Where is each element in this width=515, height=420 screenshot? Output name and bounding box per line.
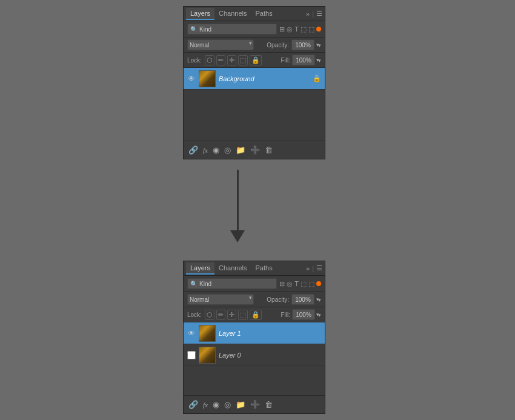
panel-footer-top: 🔗 fx ◉ ◎ 📁 ➕ 🗑 [184, 141, 325, 159]
group-layers-icon-b[interactable]: 📁 [236, 400, 245, 409]
layer-name-layer0: Layer 0 [219, 352, 321, 359]
tab-paths-top[interactable]: Paths [251, 8, 277, 20]
opacity-input-top[interactable] [291, 39, 314, 50]
group-layers-icon[interactable]: 📁 [236, 145, 245, 155]
link-layers-icon-b[interactable]: 🔗 [188, 400, 198, 409]
filter-dot-indicator-b [316, 281, 321, 286]
filter-smart-icon[interactable]: ⬚ [308, 25, 314, 33]
blend-mode-select-top[interactable]: Normal Multiply Screen Overlay [187, 39, 254, 50]
fill-dropdown-top: ▾ [318, 56, 321, 64]
search-icons-top: ⊞ ◎ T ⬚ ⬚ [279, 25, 321, 33]
tab-channels-bottom[interactable]: Channels [214, 262, 251, 275]
filter-text-icon-b[interactable]: T [294, 280, 299, 287]
top-tabs: Layers Channels Paths » | ☰ [184, 7, 325, 21]
search-icon-bottom: 🔍 [190, 281, 198, 287]
footer-icons-top: 🔗 fx ◉ ◎ 📁 ➕ 🗑 [188, 145, 273, 155]
blend-mode-wrapper-top: Normal Multiply Screen Overlay [187, 39, 254, 50]
fill-input-top[interactable] [292, 55, 315, 65]
layer-adj-icon[interactable]: ◎ [224, 145, 231, 155]
lock-pixels-icon-b[interactable]: ⬡ [205, 310, 214, 320]
layer-thumb-layer0 [199, 347, 216, 364]
visibility-icon-layer1[interactable]: 👁 [187, 329, 196, 338]
tab-actions-bottom: » | ☰ [306, 264, 322, 272]
footer-icons-bottom: 🔗 fx ◉ ◎ 📁 ➕ 🗑 [188, 400, 273, 409]
layer-list-bottom: 👁 Layer 1 Layer 0 [184, 322, 325, 395]
layer-name-layer1: Layer 1 [219, 330, 321, 337]
tab-menu-bottom[interactable]: ☰ [316, 264, 322, 272]
layer-effects-icon[interactable]: fx [203, 147, 208, 154]
bottom-tabs: Layers Channels Paths » | ☰ [184, 261, 325, 276]
filter-text-icon[interactable]: T [294, 25, 299, 33]
blend-mode-wrapper-bottom: Normal Multiply Screen Overlay [187, 294, 254, 305]
top-panel: Layers Channels Paths » | ☰ 🔍 ⊞ ◎ T ⬚ ⬚ [183, 6, 325, 159]
layer-mask-icon[interactable]: ◉ [213, 145, 219, 155]
panel-footer-bottom: 🔗 fx ◉ ◎ 📁 ➕ 🗑 [184, 395, 325, 413]
layer-item-layer1[interactable]: 👁 Layer 1 [184, 322, 325, 344]
opacity-label-top: Opacity: [267, 42, 289, 48]
lock-label-bottom: Lock: [187, 312, 202, 318]
new-layer-icon[interactable]: ➕ [250, 145, 260, 155]
new-layer-icon-b[interactable]: ➕ [250, 400, 260, 409]
opacity-label-bottom: Opacity: [267, 296, 289, 303]
lock-artboard-icon[interactable]: ✛ [227, 55, 236, 65]
tab-layers-bottom[interactable]: Layers [186, 262, 214, 275]
filter-pixel-icon-b[interactable]: ⊞ [279, 280, 285, 288]
layer-name-background: Background [219, 75, 310, 82]
tab-channels-top[interactable]: Channels [214, 8, 251, 20]
tab-menu-top[interactable]: ☰ [316, 10, 322, 18]
search-input-top[interactable] [199, 26, 274, 33]
lock-row-top: Lock: ⬡ ✏ ✛ ⬚ 🔒 Fill: ▾ [184, 53, 325, 68]
lock-artboard-icon-b[interactable]: ✛ [227, 310, 236, 320]
layer-adj-icon-b[interactable]: ◎ [224, 400, 231, 409]
delete-layer-icon[interactable]: 🗑 [265, 145, 273, 155]
filter-shape-icon-b[interactable]: ⬚ [301, 280, 307, 288]
search-box-bottom[interactable]: 🔍 [187, 278, 277, 289]
blend-row-top: Normal Multiply Screen Overlay Opacity: … [184, 38, 325, 53]
layer-list-top: 👁 Background 🔒 [184, 68, 325, 141]
lock-pixels-icon[interactable]: ⬡ [205, 55, 214, 65]
tab-layers-top[interactable]: Layers [186, 8, 214, 20]
filter-pixel-icon[interactable]: ⊞ [279, 25, 285, 33]
search-box-top[interactable]: 🔍 [187, 24, 277, 35]
blend-row-bottom: Normal Multiply Screen Overlay Opacity: … [184, 292, 325, 307]
lock-all-icon[interactable]: 🔒 [250, 55, 262, 65]
opacity-dropdown-top: ▾ [318, 41, 321, 48]
filter-shape-icon[interactable]: ⬚ [301, 25, 307, 33]
visibility-icon-background[interactable]: 👁 [187, 75, 196, 83]
search-row-top: 🔍 ⊞ ◎ T ⬚ ⬚ [184, 21, 325, 38]
filter-adj-icon[interactable]: ◎ [287, 25, 293, 33]
layer-thumb-background [199, 70, 216, 87]
opacity-input-bottom[interactable] [291, 294, 314, 305]
tab-paths-bottom[interactable]: Paths [251, 262, 277, 275]
tab-actions-top: » | ☰ [306, 10, 322, 18]
lock-transform-icon[interactable]: ⬚ [238, 55, 248, 65]
lock-row-bottom: Lock: ⬡ ✏ ✛ ⬚ 🔒 Fill: ▾ [184, 307, 325, 322]
lock-label-top: Lock: [187, 57, 202, 64]
arrow-head [230, 230, 245, 242]
search-icons-bottom: ⊞ ◎ T ⬚ ⬚ [279, 280, 321, 288]
layer-effects-icon-b[interactable]: fx [203, 401, 208, 408]
filter-dot-indicator [316, 27, 321, 32]
lock-position-icon-b[interactable]: ✏ [216, 310, 225, 320]
lock-all-icon-b[interactable]: 🔒 [250, 310, 262, 320]
lock-transform-icon-b[interactable]: ⬚ [238, 310, 248, 320]
filter-adj-icon-b[interactable]: ◎ [287, 280, 293, 288]
blend-mode-select-bottom[interactable]: Normal Multiply Screen Overlay [187, 294, 254, 305]
layer-item-layer0[interactable]: Layer 0 [184, 344, 325, 366]
layer-lock-badge-background: 🔒 [313, 75, 321, 82]
fill-label-top: Fill: [281, 57, 290, 64]
layer-item-background[interactable]: 👁 Background 🔒 [184, 68, 325, 90]
fill-input-bottom[interactable] [292, 309, 315, 320]
tab-more-top[interactable]: » [306, 10, 310, 18]
lock-position-icon[interactable]: ✏ [216, 55, 225, 65]
filter-smart-icon-b[interactable]: ⬚ [308, 280, 314, 288]
layer-mask-icon-b[interactable]: ◉ [213, 400, 219, 409]
visibility-checkbox-layer0[interactable] [187, 351, 196, 359]
link-layers-icon[interactable]: 🔗 [188, 145, 198, 155]
delete-layer-icon-b[interactable]: 🗑 [265, 400, 273, 409]
search-input-bottom[interactable] [199, 281, 274, 287]
bottom-panel: Layers Channels Paths » | ☰ 🔍 ⊞ ◎ T ⬚ ⬚ [183, 261, 325, 414]
tab-more-bottom[interactable]: » [306, 265, 310, 272]
layer-thumb-image-layer0 [199, 347, 215, 363]
arrow-diagram [230, 170, 245, 242]
